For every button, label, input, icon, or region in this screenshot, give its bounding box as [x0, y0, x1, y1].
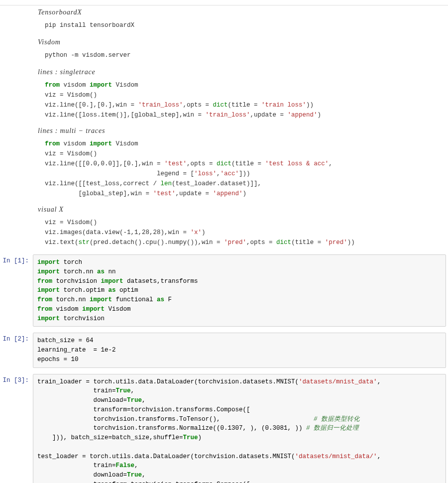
token-kw: import — [37, 268, 60, 275]
txt: ) — [243, 190, 247, 197]
txt: ) — [318, 112, 322, 119]
token-bool: True — [183, 434, 198, 441]
txt: ,update = — [176, 190, 213, 197]
str: 'test' — [153, 190, 176, 197]
token-bool: False — [116, 462, 135, 469]
token-kw: as — [109, 287, 116, 294]
code-block: pip install tensorboardX — [45, 20, 448, 30]
txt: (title = — [231, 160, 265, 167]
token: torchvision.transforms.ToTensor(), — [37, 416, 314, 423]
str: 'x' — [191, 229, 202, 236]
token: torch.nn — [60, 268, 97, 275]
token: transform=torchvision.transforms.Compose… — [37, 406, 250, 413]
kw: from — [45, 140, 60, 147]
token-kw: from — [37, 296, 52, 303]
section-title: TensorboardX — [38, 8, 448, 16]
token: torchvision — [52, 278, 101, 285]
token-kw: import — [37, 315, 60, 322]
token: torch.nn — [52, 296, 90, 303]
str: 'pred' — [224, 239, 246, 246]
section-title: lines : singletrace — [38, 68, 448, 76]
token-kw: import — [37, 287, 60, 294]
code-block: from visdom import Visdom viz = Visdom()… — [45, 139, 448, 199]
token: torch — [60, 259, 82, 266]
token: ])), batch_size=batch_size,shuffle= — [37, 434, 183, 441]
str: 'append' — [288, 112, 318, 119]
code-cell[interactable]: In [1]:import torch import torch.nn as n… — [0, 254, 448, 327]
txt: viz = Visdom() — [45, 150, 97, 157]
token: train= — [37, 387, 116, 394]
token-bool: True — [116, 387, 131, 394]
str: 'acc' — [221, 170, 239, 177]
txt: viz.line([loss.item()],[global_step],win… — [45, 112, 206, 119]
input-prompt: In [2]: — [0, 333, 33, 343]
txt: Visdom — [112, 140, 138, 147]
token-kw: from — [37, 306, 52, 313]
markdown-section-multitraces: lines : multi − traces from visdom impor… — [0, 127, 448, 199]
txt: ,opts = — [183, 102, 213, 109]
token: test_loader = torch.utils.data.DataLoade… — [37, 453, 295, 460]
token: Visdom — [105, 306, 131, 313]
token-kw: as — [157, 296, 164, 303]
code-cell[interactable]: In [3]:train_loader = torch.utils.data.D… — [0, 374, 448, 483]
token-kw: import — [37, 259, 60, 266]
token: download= — [37, 397, 127, 404]
bi: dict — [213, 102, 228, 109]
token: nn — [105, 268, 116, 275]
code-cell[interactable]: In [2]:batch_size = 64 learning_rate = 1… — [0, 333, 448, 367]
txt: viz.line([0.],[0.],win = — [45, 102, 138, 109]
txt: viz.images(data.view(-1,1,28,28),win = — [45, 229, 191, 236]
token: , — [377, 453, 381, 460]
token: learning_rate = 1e-2 — [37, 347, 116, 354]
token: batch_size = 64 — [37, 337, 94, 344]
kw: import — [90, 82, 112, 89]
token: train= — [37, 462, 116, 469]
txt: (title = — [228, 102, 262, 109]
token-kw: import — [90, 296, 112, 303]
str: 'loss' — [194, 170, 217, 177]
str: 'append' — [213, 190, 243, 197]
markdown-section-visualx: visual X viz = Visdom() viz.images(data.… — [0, 206, 448, 247]
token: transform=torchvision.transforms.Compose… — [37, 481, 250, 483]
txt: (pred.detach().cpu().numpy()),win = — [90, 239, 224, 246]
txt: viz = Visdom() — [45, 219, 97, 226]
txt: , — [217, 170, 221, 177]
token: F — [164, 296, 172, 303]
markdown-section-singletrace: lines : singletrace from visdom import V… — [0, 68, 448, 120]
txt: [global_step],win = — [45, 190, 153, 197]
txt: )) — [347, 239, 355, 246]
markdown-section-visdom: Visdom python -m visdom.server — [0, 38, 448, 60]
section-title: visual X — [38, 206, 448, 214]
token: , — [134, 462, 138, 469]
txt: viz.line([[test_loss,correct / — [45, 180, 161, 187]
token: visdom — [52, 306, 82, 313]
token-bool: True — [127, 397, 142, 404]
token-kw: import — [82, 306, 105, 313]
txt: viz = Visdom() — [45, 92, 97, 99]
token-str: 'datasets/mnist_data/' — [295, 453, 377, 460]
token-kw: from — [37, 278, 52, 285]
bi: dict — [217, 160, 231, 167]
str: 'train_loss' — [206, 112, 250, 119]
token-kw: import — [101, 278, 123, 285]
bi: len — [161, 180, 172, 187]
token-str: 'datasets/mnist_data' — [299, 378, 377, 385]
token: optim — [116, 287, 138, 294]
token-cmt: # 数据类型转化 — [314, 416, 360, 423]
token: , — [131, 387, 135, 394]
token: torch.optim — [60, 287, 109, 294]
txt: ,update = — [250, 112, 288, 119]
txt: ,opts = — [187, 160, 217, 167]
txt: )) — [306, 102, 314, 109]
bi: str — [79, 239, 90, 246]
kw: from — [45, 82, 60, 89]
bi: dict — [276, 239, 291, 246]
txt: (title = — [291, 239, 325, 246]
notebook-container: TensorboardX pip install tensorboardX Vi… — [0, 0, 448, 483]
txt: visdom — [60, 82, 90, 89]
code-input-area[interactable]: import torch import torch.nn as nn from … — [33, 254, 446, 327]
code-input-area[interactable]: batch_size = 64 learning_rate = 1e-2 epo… — [33, 333, 446, 367]
txt: ,opts = — [246, 239, 276, 246]
input-prompt: In [3]: — [0, 374, 33, 384]
code-input-area[interactable]: train_loader = torch.utils.data.DataLoad… — [33, 374, 446, 483]
